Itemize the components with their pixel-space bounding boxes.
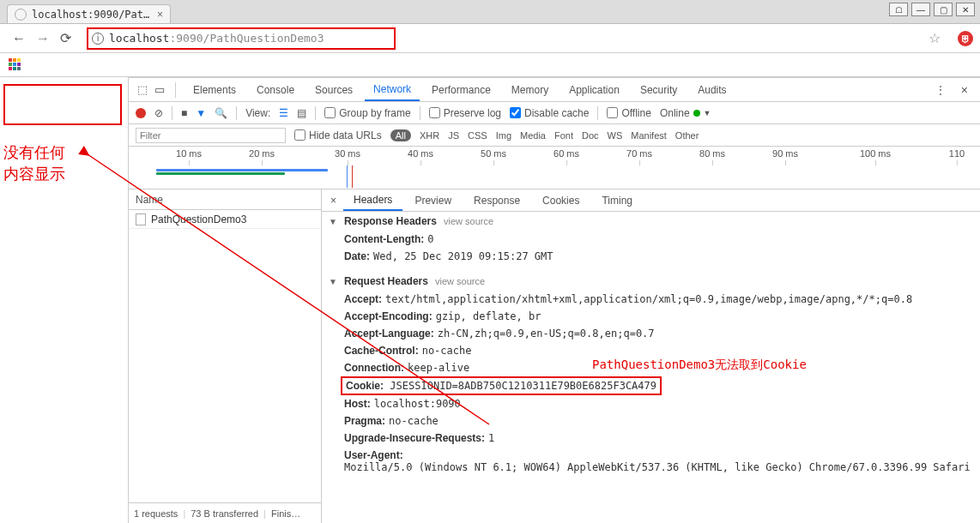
header-row: Content-Length:0 — [329, 231, 980, 248]
dtab-headers[interactable]: Headers — [343, 190, 402, 211]
extension-icon[interactable]: ⛨ — [958, 31, 973, 46]
tab-console[interactable]: Console — [248, 80, 303, 100]
apps-icon[interactable] — [9, 58, 22, 72]
network-status-bar: 1 requests| 73 B transferred| Finis… — [129, 502, 321, 523]
header-row: Date:Wed, 25 Dec 2019 09:15:27 GMT — [329, 248, 980, 265]
devtools-close-icon[interactable]: × — [956, 83, 973, 97]
view-large-icon[interactable]: ▤ — [297, 107, 306, 119]
tab-title: localhost:9090/PathQue — [32, 9, 152, 21]
dtab-timing[interactable]: Timing — [591, 191, 643, 210]
devtools-tabs: ⬚ ▭ Elements Console Sources Network Per… — [129, 78, 980, 102]
dtab-preview[interactable]: Preview — [404, 191, 462, 210]
request-list: Name PathQuestionDemo3 1 requests| 73 B … — [129, 189, 322, 523]
disable-cache-checkbox[interactable]: Disable cache — [510, 107, 589, 119]
address-bar: ← → ⟳ i localhost:9090/PathQuestionDemo3… — [0, 24, 980, 53]
header-row: Accept:text/html,application/xhtml+xml,a… — [329, 291, 980, 308]
filter-font[interactable]: Font — [554, 130, 573, 141]
browser-tab[interactable]: localhost:9090/PathQue × — [7, 4, 171, 23]
annotation-cookie-fail: PathQuestionDemo3无法取到Cookie — [592, 358, 807, 373]
filter-manifest[interactable]: Manifest — [631, 130, 667, 141]
filter-css[interactable]: CSS — [468, 130, 487, 141]
header-row: Accept-Encoding:gzip, deflate, br — [329, 308, 980, 325]
devtools-panel: ⬚ ▭ Elements Console Sources Network Per… — [129, 77, 980, 523]
forward-button[interactable]: → — [36, 31, 50, 46]
header-row: Host:localhost:9090 — [329, 395, 980, 412]
filter-img[interactable]: Img — [496, 130, 511, 141]
filter-ws[interactable]: WS — [608, 130, 623, 141]
tab-security[interactable]: Security — [632, 80, 686, 100]
clear-button[interactable]: ⊘ — [154, 107, 163, 119]
page-content-area: 没有任何 内容显示 — [0, 77, 129, 523]
network-timeline[interactable]: 10 ms 20 ms 30 ms 40 ms 50 ms 60 ms 70 m… — [129, 147, 980, 189]
preserve-log-checkbox[interactable]: Preserve log — [429, 107, 501, 119]
reload-button[interactable]: ⟳ — [60, 30, 71, 46]
tab-network[interactable]: Network — [365, 79, 420, 101]
site-info-icon[interactable]: i — [92, 33, 104, 45]
maximize-button[interactable]: ▢ — [934, 3, 953, 16]
view-source-link[interactable]: view source — [435, 276, 485, 286]
collapse-icon[interactable]: ▼ — [329, 217, 337, 226]
tab-performance[interactable]: Performance — [423, 80, 499, 100]
detail-tabs: × Headers Preview Response Cookies Timin… — [322, 189, 980, 212]
network-toolbar: ⊘ ■ ▼ 🔍 View: ☰ ▤ Group by frame Preserv… — [129, 102, 980, 124]
group-by-frame-checkbox[interactable]: Group by frame — [324, 107, 410, 119]
hide-data-urls-checkbox[interactable]: Hide data URLs — [294, 129, 382, 141]
tab-memory[interactable]: Memory — [503, 80, 557, 100]
view-label: View: — [245, 107, 270, 119]
filter-xhr[interactable]: XHR — [420, 130, 439, 141]
user-icon[interactable]: ☖ — [889, 3, 908, 16]
header-row: Accept-Language:zh-CN,zh;q=0.9,en-US;q=0… — [329, 325, 980, 342]
response-headers-title: Response Headers — [344, 215, 437, 227]
url-input[interactable]: i localhost:9090/PathQuestionDemo3 — [82, 28, 918, 49]
capture-screenshot-icon[interactable]: ■ — [181, 107, 187, 119]
device-toggle-icon[interactable]: ▭ — [153, 81, 166, 98]
filter-input[interactable] — [136, 128, 286, 143]
tab-application[interactable]: Application — [560, 80, 628, 100]
url-port: :9090 — [169, 32, 203, 45]
header-row: User-Agent:Mozilla/5.0 (Windows NT 6.1; … — [329, 447, 980, 476]
bookmarks-bar — [0, 53, 980, 77]
bookmark-star-icon[interactable]: ☆ — [929, 30, 941, 46]
empty-content-annotation-box — [3, 84, 122, 125]
record-button[interactable] — [136, 108, 146, 118]
filter-doc[interactable]: Doc — [582, 130, 599, 141]
view-source-link[interactable]: view source — [444, 216, 493, 226]
request-list-header[interactable]: Name — [129, 189, 321, 210]
request-detail: × Headers Preview Response Cookies Timin… — [322, 189, 980, 523]
url-highlight-annotation: i localhost:9090/PathQuestionDemo3 — [87, 27, 396, 50]
request-row[interactable]: PathQuestionDemo3 — [129, 210, 321, 229]
filter-all[interactable]: All — [390, 129, 411, 141]
filter-js[interactable]: JS — [448, 130, 459, 141]
collapse-icon[interactable]: ▼ — [329, 277, 337, 286]
browser-tabstrip: localhost:9090/PathQue × — [0, 0, 980, 24]
filter-toggle-icon[interactable]: ▼ — [196, 107, 206, 119]
offline-checkbox[interactable]: Offline — [607, 107, 650, 119]
header-row: Cache-Control:no-cache — [329, 342, 980, 359]
view-list-icon[interactable]: ☰ — [279, 107, 288, 119]
filter-media[interactable]: Media — [520, 130, 546, 141]
dtab-response[interactable]: Response — [463, 191, 530, 210]
devtools-menu-icon[interactable]: ⋮ — [929, 84, 953, 96]
dtab-cookies[interactable]: Cookies — [532, 191, 590, 210]
tab-sources[interactable]: Sources — [306, 80, 361, 100]
back-button[interactable]: ← — [12, 31, 26, 46]
online-select[interactable]: Online▼ — [660, 107, 711, 119]
url-host: localhost — [109, 32, 169, 45]
close-window-button[interactable]: ✕ — [956, 3, 975, 16]
close-tab-icon[interactable]: × — [157, 9, 163, 21]
header-row: Upgrade-Insecure-Requests:1 — [329, 430, 980, 447]
tab-audits[interactable]: Audits — [689, 80, 735, 100]
inspect-element-icon[interactable]: ⬚ — [136, 81, 149, 98]
document-icon — [136, 213, 146, 225]
search-icon[interactable]: 🔍 — [215, 107, 227, 119]
window-controls: ☖ — ▢ ✕ — [889, 3, 975, 16]
cookie-header-highlight: Cookie: JSESSIONID=8ADB750C1210311E79B0E… — [341, 376, 662, 395]
filter-other[interactable]: Other — [675, 130, 699, 141]
tab-elements[interactable]: Elements — [185, 80, 245, 100]
detail-close-icon[interactable]: × — [325, 195, 342, 207]
url-path: /PathQuestionDemo3 — [203, 32, 324, 45]
network-filter-row: Hide data URLs All XHR JS CSS Img Media … — [129, 124, 980, 147]
annotation-empty-content: 没有任何 内容显示 — [3, 142, 124, 185]
minimize-button[interactable]: — — [911, 3, 930, 16]
request-headers-title: Request Headers — [344, 275, 428, 287]
